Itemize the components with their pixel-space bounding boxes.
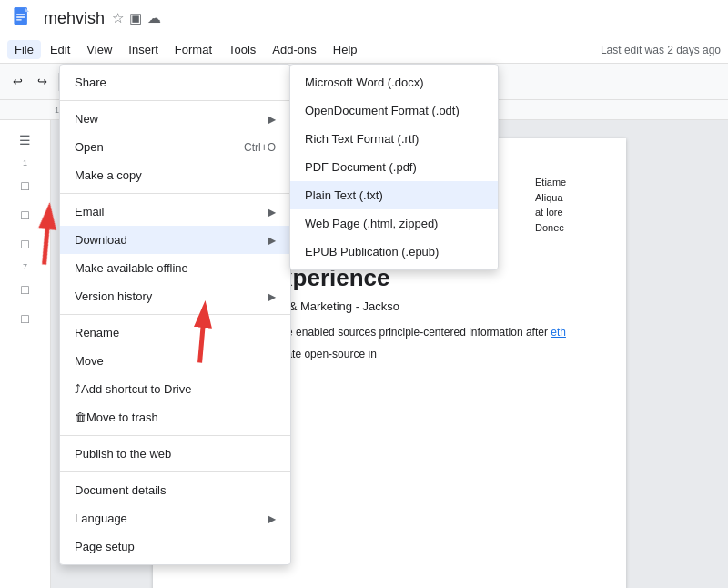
menu-item-help[interactable]: Help	[326, 40, 365, 59]
language-label: Language	[75, 512, 127, 525]
menu-add-shortcut[interactable]: ⤴ Add shortcut to Drive	[60, 375, 290, 403]
menu-item-addons[interactable]: Add-ons	[265, 40, 323, 59]
menu-item-format[interactable]: Format	[167, 40, 219, 59]
menu-email[interactable]: Email ▶	[60, 198, 290, 226]
menu-version-history[interactable]: Version history ▶	[60, 282, 290, 310]
redo-button[interactable]: ↪	[32, 71, 53, 92]
txt-label: Plain Text (.txt)	[305, 188, 383, 202]
page-icon[interactable]: □	[17, 175, 32, 197]
menu-move-trash[interactable]: 🗑 Move to trash	[60, 403, 290, 431]
odt-label: OpenDocument Format (.odt)	[305, 104, 460, 117]
menu-divider-3	[60, 314, 290, 315]
history-icon[interactable]: ▣	[129, 10, 142, 26]
download-arrow: ▶	[268, 234, 276, 247]
open-label: Open	[75, 140, 104, 154]
side-text-line1: Etiame	[535, 175, 617, 190]
epub-label: EPUB Publication (.epub)	[305, 245, 439, 259]
docs-app-icon	[9, 5, 36, 32]
docx-label: Microsoft Word (.docx)	[305, 76, 424, 89]
page-number: 1	[23, 158, 27, 167]
menu-page-setup[interactable]: Page setup	[60, 532, 290, 561]
add-shortcut-label: Add shortcut to Drive	[81, 382, 191, 396]
menu-publish-web[interactable]: Publish to the web	[60, 440, 290, 468]
download-txt[interactable]: Plain Text (.txt)	[290, 181, 498, 209]
svg-line-8	[177, 314, 227, 363]
svg-line-6	[22, 216, 71, 265]
svg-rect-2	[16, 14, 25, 15]
sidebar-icon-4[interactable]: □	[17, 279, 32, 300]
menu-download[interactable]: Download ▶	[60, 226, 290, 254]
pdf-label: PDF Document (.pdf)	[305, 160, 417, 174]
trash-icon: 🗑	[75, 411, 86, 424]
open-shortcut: Ctrl+O	[244, 141, 276, 154]
svg-rect-3	[16, 16, 25, 17]
download-docx[interactable]: Microsoft Word (.docx)	[290, 68, 498, 96]
page-number-2: 7	[23, 262, 27, 271]
menu-doc-details[interactable]: Document details	[60, 476, 290, 504]
download-odt[interactable]: OpenDocument Format (.odt)	[290, 96, 498, 125]
menu-open[interactable]: Open Ctrl+O	[60, 133, 290, 161]
rename-label: Rename	[75, 326, 119, 340]
move-trash-label: Move to trash	[86, 411, 158, 424]
shortcut-icon: ⤴	[75, 382, 81, 396]
language-arrow: ▶	[268, 512, 276, 525]
menu-move[interactable]: Move	[60, 347, 290, 375]
menu-share[interactable]: Share	[60, 68, 290, 96]
doc-details-label: Document details	[75, 483, 166, 497]
download-rtf[interactable]: Rich Text Format (.rtf)	[290, 125, 498, 153]
download-html[interactable]: Web Page (.html, zipped)	[290, 209, 498, 238]
menu-item-file[interactable]: File	[7, 40, 41, 59]
menu-item-tools[interactable]: Tools	[221, 40, 263, 59]
title-bar: mehvish ☆ ▣ ☁	[0, 0, 728, 36]
menu-divider-4	[60, 435, 290, 436]
move-label: Move	[75, 354, 104, 368]
download-epub[interactable]: EPUB Publication (.epub)	[290, 238, 498, 266]
menu-item-insert[interactable]: Insert	[121, 40, 166, 59]
email-arrow: ▶	[268, 206, 276, 218]
menu-item-edit[interactable]: Edit	[43, 40, 77, 59]
side-text-line2: Aliqua	[535, 190, 617, 206]
left-sidebar: ☰ 1 □ □ □ 7 □ □	[0, 120, 51, 588]
menu-divider-1	[60, 100, 290, 101]
sidebar-icon-5[interactable]: □	[17, 308, 32, 329]
star-icon[interactable]: ☆	[112, 10, 124, 26]
undo-button[interactable]: ↩	[7, 71, 28, 92]
new-label: New	[75, 112, 98, 126]
new-arrow: ▶	[268, 113, 276, 126]
email-label: Email	[75, 205, 105, 218]
menu-item-view[interactable]: View	[79, 40, 119, 59]
menu-language[interactable]: Language ▶	[60, 504, 290, 532]
publish-web-label: Publish to the web	[75, 447, 171, 461]
rtf-label: Rich Text Format (.rtf)	[305, 132, 419, 146]
make-copy-label: Make a copy	[75, 168, 142, 182]
link-eth[interactable]: eth	[551, 326, 566, 339]
side-text-line3: at lore	[535, 205, 617, 220]
menu-offline[interactable]: Make available offline	[60, 254, 290, 282]
offline-label: Make available offline	[75, 261, 188, 275]
cloud-icon[interactable]: ☁	[147, 10, 161, 26]
file-menu-dropdown: Share New ▶ Open Ctrl+O Make a copy Emai…	[59, 64, 291, 565]
side-text: Etiame Aliqua at lore Donec	[535, 175, 617, 235]
html-label: Web Page (.html, zipped)	[305, 217, 438, 230]
svg-rect-4	[16, 19, 22, 20]
download-pdf[interactable]: PDF Document (.pdf)	[290, 153, 498, 181]
menu-bar: File Edit View Insert Format Tools Add-o…	[0, 36, 728, 64]
version-history-arrow: ▶	[268, 290, 276, 303]
outline-icon[interactable]: ☰	[15, 129, 35, 151]
share-label: Share	[75, 76, 106, 89]
last-edit-text: Last edit was 2 days ago	[601, 44, 721, 56]
page-setup-label: Page setup	[75, 540, 135, 553]
menu-new[interactable]: New ▶	[60, 105, 290, 133]
menu-divider-5	[60, 471, 290, 472]
menu-make-copy[interactable]: Make a copy	[60, 161, 290, 189]
side-text-line4: Donec	[535, 220, 617, 236]
download-submenu: Microsoft Word (.docx) OpenDocument Form…	[289, 64, 499, 270]
title-bar-actions: ☆ ▣ ☁	[112, 10, 161, 26]
menu-divider-2	[60, 193, 290, 194]
document-title: mehvish	[44, 9, 105, 28]
version-history-label: Version history	[75, 289, 152, 303]
